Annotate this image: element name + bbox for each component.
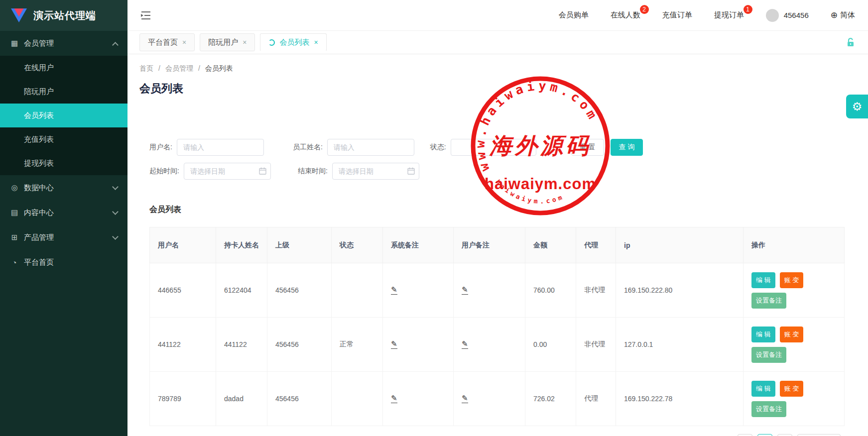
cell-status xyxy=(332,372,383,426)
topbar-item-label: 在线人数 xyxy=(611,10,640,19)
edit-button[interactable]: 编 辑 xyxy=(751,272,775,288)
pagination-prev-button[interactable] xyxy=(738,434,752,436)
end-time-input[interactable] xyxy=(332,163,419,180)
topbar-item-label: 会员购单 xyxy=(559,10,589,19)
breadcrumb-member-mgmt[interactable]: 会员管理 xyxy=(165,64,193,73)
grid-icon: ▦ xyxy=(10,39,19,48)
topbar: 会员购单 在线人数 2 充值订单 提现订单 1 456456 ⊕ 简体 xyxy=(127,0,868,31)
member-mgmt-submenu: 在线用户 陪玩用户 会员列表 充值列表 提现列表 xyxy=(0,56,127,175)
status-label: 状态: xyxy=(430,143,446,152)
tabbar: 平台首页 × 陪玩用户 × 会员列表 × xyxy=(127,31,868,54)
sidebar-item-label: 数据中心 xyxy=(24,183,54,193)
topbar-item-member-orders[interactable]: 会员购单 xyxy=(559,10,589,20)
cell-amount: 726.02 xyxy=(525,372,576,426)
cell-parent: 456456 xyxy=(267,318,332,372)
close-icon[interactable]: × xyxy=(182,38,186,46)
sidebar-item-play-users[interactable]: 陪玩用户 xyxy=(0,80,127,104)
sidebar: 演示站代理端 ▦ 会员管理 在线用户 陪玩用户 会员列表 充值列表 提现列表 xyxy=(0,0,127,436)
main-area: 会员购单 在线人数 2 充值订单 提现订单 1 456456 ⊕ 简体 xyxy=(127,0,868,436)
breadcrumb-separator: / xyxy=(198,64,200,73)
tab-label: 会员列表 xyxy=(279,38,309,47)
edit-button[interactable]: 编 辑 xyxy=(751,381,775,397)
breadcrumb-separator: / xyxy=(158,64,160,73)
sidebar-item-member-list[interactable]: 会员列表 xyxy=(0,104,127,127)
close-icon[interactable]: × xyxy=(243,38,247,46)
avatar xyxy=(766,9,779,22)
calendar-icon xyxy=(259,167,266,175)
col-username: 用户名 xyxy=(150,227,216,263)
col-ip: ip xyxy=(616,227,744,263)
end-time-picker[interactable] xyxy=(332,163,419,180)
tab-member-list[interactable]: 会员列表 × xyxy=(260,33,326,51)
unlock-icon[interactable] xyxy=(845,37,856,48)
settings-gear-button[interactable]: ⚙ xyxy=(846,95,868,118)
reset-button[interactable]: 重 置 xyxy=(571,139,604,156)
topbar-right: 会员购单 在线人数 2 充值订单 提现订单 1 456456 ⊕ 简体 xyxy=(559,9,855,22)
set-note-button[interactable]: 设置备注 xyxy=(751,401,786,417)
cell-cardholder: dadad xyxy=(216,372,267,426)
edit-system-note-icon[interactable]: ✎ xyxy=(391,286,397,295)
chevron-down-icon xyxy=(112,233,119,240)
account-change-button[interactable]: 账 变 xyxy=(780,272,804,288)
member-table: 用户名 持卡人姓名 上级 状态 系统备注 用户备注 金额 代理 ip 操作 44… xyxy=(149,227,845,426)
topbar-item-label: 提现订单 xyxy=(714,10,744,19)
chevron-down-icon xyxy=(112,209,119,215)
sidebar-item-withdraw-list[interactable]: 提现列表 xyxy=(0,151,127,175)
cell-parent: 456456 xyxy=(267,263,332,318)
breadcrumb-current: 会员列表 xyxy=(205,64,233,73)
topbar-item-recharge-orders[interactable]: 充值订单 xyxy=(662,10,692,20)
row-actions: 编 辑 账 变 设置备注 xyxy=(751,381,815,417)
sidebar-item-member-mgmt[interactable]: ▦ 会员管理 xyxy=(0,31,127,56)
cell-amount: 760.00 xyxy=(525,263,576,318)
username-input[interactable] xyxy=(177,139,264,156)
edit-user-note-icon[interactable]: ✎ xyxy=(462,286,468,295)
tab-label: 平台首页 xyxy=(148,38,178,47)
pagination-page-1-button[interactable] xyxy=(757,434,772,436)
user-menu[interactable]: 456456 xyxy=(766,9,809,22)
staff-name-input[interactable] xyxy=(327,139,414,156)
col-status: 状态 xyxy=(332,227,383,263)
edit-system-note-icon[interactable]: ✎ xyxy=(391,340,397,349)
sidebar-item-recharge-list[interactable]: 充值列表 xyxy=(0,127,127,151)
username-label: 用户名: xyxy=(149,143,172,152)
sidebar-item-content-center[interactable]: ▤ 内容中心 xyxy=(0,200,127,225)
sidebar-item-product-mgmt[interactable]: ⊞ 产品管理 xyxy=(0,225,127,250)
edit-user-note-icon[interactable]: ✎ xyxy=(462,394,468,403)
set-note-button[interactable]: 设置备注 xyxy=(751,293,786,309)
set-note-button[interactable]: 设置备注 xyxy=(751,347,786,363)
account-change-button[interactable]: 账 变 xyxy=(780,327,804,342)
chevron-up-icon xyxy=(112,42,119,48)
topbar-item-withdraw-orders[interactable]: 提现订单 1 xyxy=(714,10,744,20)
menu-fold-icon[interactable] xyxy=(140,10,151,20)
start-time-picker[interactable] xyxy=(184,163,271,180)
search-button[interactable]: 查 询 xyxy=(611,139,643,156)
col-cardholder: 持卡人姓名 xyxy=(216,227,267,263)
sidebar-item-label: 会员管理 xyxy=(24,39,54,48)
cell-username: 446655 xyxy=(150,263,216,318)
sidebar-item-label: 充值列表 xyxy=(24,135,54,144)
col-user-note: 用户备注 xyxy=(454,227,525,263)
topbar-item-online-count[interactable]: 在线人数 2 xyxy=(611,10,640,20)
section-title: 会员列表 xyxy=(149,205,856,215)
edit-system-note-icon[interactable]: ✎ xyxy=(391,394,397,403)
blocks-icon: ⊞ xyxy=(10,233,19,242)
cell-cardholder: 6122404 xyxy=(216,263,267,318)
close-icon[interactable]: × xyxy=(314,38,318,46)
content: 首页 / 会员管理 / 会员列表 会员列表 用户名: 员工姓名: 状态: 重 置… xyxy=(127,54,868,436)
status-select[interactable] xyxy=(451,139,536,156)
breadcrumb-home[interactable]: 首页 xyxy=(139,64,153,73)
pagination xyxy=(139,434,841,436)
language-switcher[interactable]: ⊕ 简体 xyxy=(831,10,855,20)
sidebar-item-platform-home[interactable]: ◔ 平台首页 xyxy=(0,250,127,275)
gear-icon: ⚙ xyxy=(852,100,863,113)
account-change-button[interactable]: 账 变 xyxy=(780,381,804,397)
pagination-size-select[interactable] xyxy=(797,434,841,436)
start-time-input[interactable] xyxy=(184,163,271,180)
edit-user-note-icon[interactable]: ✎ xyxy=(462,340,468,349)
sidebar-item-data-center[interactable]: ◎ 数据中心 xyxy=(0,175,127,200)
tab-play-users[interactable]: 陪玩用户 × xyxy=(200,33,255,51)
tab-platform-home[interactable]: 平台首页 × xyxy=(139,33,195,51)
pagination-next-button[interactable] xyxy=(777,434,792,436)
sidebar-item-online-users[interactable]: 在线用户 xyxy=(0,56,127,80)
edit-button[interactable]: 编 辑 xyxy=(751,327,775,342)
